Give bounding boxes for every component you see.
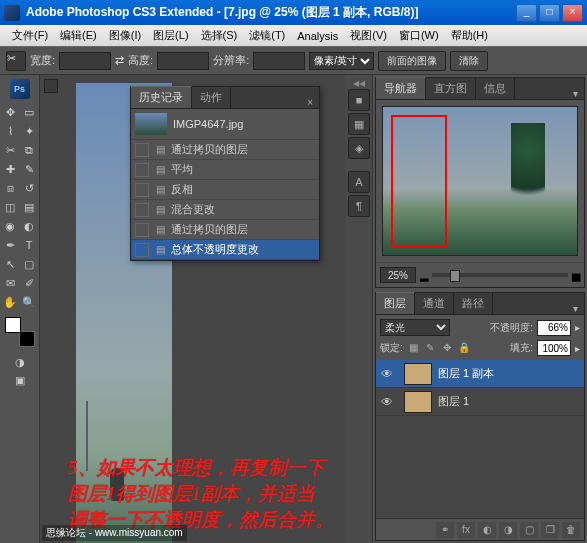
blend-mode-select[interactable]: 柔光 (380, 319, 450, 336)
quickmask-icon[interactable]: ◑ (11, 353, 29, 371)
heal-tool[interactable]: ✚ (1, 160, 19, 178)
panel-menu-icon[interactable]: ▾ (567, 303, 584, 314)
opacity-input[interactable] (537, 320, 571, 336)
wand-tool[interactable]: ✦ (20, 122, 38, 140)
eraser-tool[interactable]: ◫ (1, 198, 19, 216)
navigator-preview[interactable] (382, 106, 578, 256)
fill-arrow-icon[interactable]: ▸ (575, 343, 580, 354)
clear-button[interactable]: 清除 (450, 51, 488, 71)
bg-color[interactable] (19, 331, 35, 347)
pen-tool[interactable]: ✒ (1, 236, 19, 254)
zoom-slider[interactable] (432, 273, 568, 277)
tab-info[interactable]: 信息 (476, 78, 515, 99)
mask-icon[interactable]: ◐ (478, 522, 496, 538)
zoom-input[interactable] (380, 267, 416, 283)
menu-filter[interactable]: 滤镜(T) (243, 28, 291, 43)
menu-analysis[interactable]: Analysis (291, 30, 344, 42)
tab-paths[interactable]: 路径 (454, 293, 493, 314)
folder-icon[interactable]: ▢ (520, 522, 538, 538)
dock-collapse-icon[interactable]: ◀◀ (353, 79, 365, 87)
dock-char-icon[interactable]: A (348, 171, 370, 193)
link-icon[interactable]: ⚭ (436, 522, 454, 538)
dock-para-icon[interactable]: ¶ (348, 195, 370, 217)
fg-color[interactable] (5, 317, 21, 333)
path-tool[interactable]: ↖ (1, 255, 19, 273)
layer-row[interactable]: 👁 图层 1 (376, 388, 584, 416)
layer-row[interactable]: 👁 图层 1 副本 (376, 360, 584, 388)
layer-thumb[interactable] (404, 363, 432, 385)
screenmode-icon[interactable]: ▣ (11, 371, 29, 389)
dock-color-icon[interactable]: ■ (348, 89, 370, 111)
menu-image[interactable]: 图像(I) (103, 28, 147, 43)
trash-icon[interactable]: 🗑 (562, 522, 580, 538)
visibility-icon[interactable]: 👁 (376, 367, 398, 381)
color-swatches[interactable] (5, 317, 35, 347)
navigator-viewport[interactable] (391, 115, 447, 247)
lasso-tool[interactable]: ⌇ (1, 122, 19, 140)
dodge-tool[interactable]: ◐ (20, 217, 38, 235)
doc-tab-icon[interactable] (44, 79, 58, 93)
adjust-icon[interactable]: ◑ (499, 522, 517, 538)
crop-tool[interactable]: ✂ (1, 141, 19, 159)
visibility-icon[interactable]: 👁 (376, 395, 398, 409)
dock-styles-icon[interactable]: ◈ (348, 137, 370, 159)
crop-tool-icon[interactable]: ✂ (6, 51, 26, 71)
history-item[interactable]: ▤总体不透明度更改 (131, 240, 319, 260)
type-tool[interactable]: T (20, 236, 38, 254)
shape-tool[interactable]: ▢ (20, 255, 38, 273)
tab-history[interactable]: 历史记录 (131, 86, 192, 108)
lock-move-icon[interactable]: ✥ (441, 342, 454, 355)
notes-tool[interactable]: ✉ (1, 274, 19, 292)
gradient-tool[interactable]: ▤ (20, 198, 38, 216)
front-image-button[interactable]: 前面的图像 (378, 51, 446, 71)
new-layer-icon[interactable]: ❐ (541, 522, 559, 538)
menu-view[interactable]: 视图(V) (344, 28, 393, 43)
minimize-button[interactable]: _ (516, 4, 537, 22)
zoom-out-icon[interactable]: ▂ (420, 269, 428, 282)
panel-menu-icon[interactable]: ▾ (567, 88, 584, 99)
close-button[interactable]: × (562, 4, 583, 22)
brush-tool[interactable]: ✎ (20, 160, 38, 178)
history-item[interactable]: ▤混合更改 (131, 200, 319, 220)
history-item[interactable]: ▤平均 (131, 160, 319, 180)
menu-window[interactable]: 窗口(W) (393, 28, 445, 43)
tab-histogram[interactable]: 直方图 (426, 78, 476, 99)
lock-paint-icon[interactable]: ✎ (424, 342, 437, 355)
stamp-tool[interactable]: ⧇ (1, 179, 19, 197)
history-snapshot[interactable]: IMGP4647.jpg (131, 109, 319, 140)
move-tool[interactable]: ✥ (1, 103, 19, 121)
history-item[interactable]: ▤反相 (131, 180, 319, 200)
lock-all-icon[interactable]: 🔒 (458, 342, 471, 355)
history-item[interactable]: ▤通过拷贝的图层 (131, 140, 319, 160)
swap-icon[interactable]: ⇄ (115, 54, 124, 67)
fx-icon[interactable]: fx (457, 522, 475, 538)
ps-logo-icon[interactable]: Ps (10, 79, 30, 99)
tab-actions[interactable]: 动作 (192, 87, 231, 108)
history-brush-tool[interactable]: ↺ (20, 179, 38, 197)
layer-thumb[interactable] (404, 391, 432, 413)
unit-select[interactable]: 像素/英寸 (309, 52, 374, 70)
blur-tool[interactable]: ◉ (1, 217, 19, 235)
history-item[interactable]: ▤通过拷贝的图层 (131, 220, 319, 240)
zoom-tool[interactable]: 🔍 (20, 293, 38, 311)
fill-input[interactable] (537, 340, 571, 356)
opacity-arrow-icon[interactable]: ▸ (575, 322, 580, 333)
slice-tool[interactable]: ⧉ (20, 141, 38, 159)
zoom-in-icon[interactable]: ▅ (572, 269, 580, 282)
menu-file[interactable]: 文件(F) (6, 28, 54, 43)
marquee-tool[interactable]: ▭ (20, 103, 38, 121)
tab-layers[interactable]: 图层 (376, 292, 415, 314)
width-input[interactable] (59, 52, 111, 70)
dock-swatches-icon[interactable]: ▦ (348, 113, 370, 135)
layer-name[interactable]: 图层 1 (438, 394, 469, 409)
lock-trans-icon[interactable]: ▦ (407, 342, 420, 355)
menu-edit[interactable]: 编辑(E) (54, 28, 103, 43)
menu-layer[interactable]: 图层(L) (147, 28, 194, 43)
layer-name[interactable]: 图层 1 副本 (438, 366, 494, 381)
tab-channels[interactable]: 通道 (415, 293, 454, 314)
eyedropper-tool[interactable]: ✐ (20, 274, 38, 292)
height-input[interactable] (157, 52, 209, 70)
res-input[interactable] (253, 52, 305, 70)
menu-help[interactable]: 帮助(H) (445, 28, 494, 43)
tab-navigator[interactable]: 导航器 (376, 77, 426, 99)
